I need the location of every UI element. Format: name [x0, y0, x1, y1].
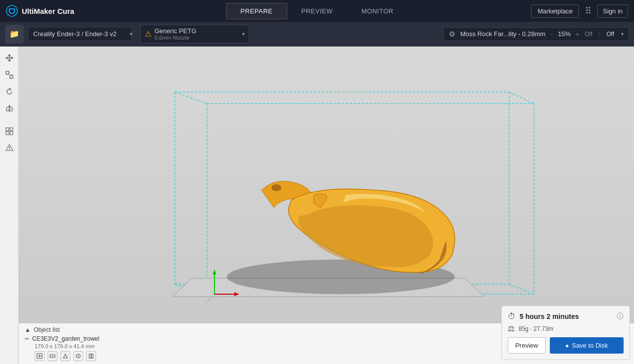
svg-marker-34 — [234, 292, 239, 296]
print-panel: ⏱ 5 hours 2 minutes ⓘ ⚖ 85g · 27.73m Pre… — [501, 306, 630, 360]
svg-rect-2 — [6, 71, 9, 74]
folder-icon: 📁 — [9, 29, 19, 39]
svg-marker-28 — [172, 278, 484, 297]
signin-button[interactable]: Sign in — [597, 4, 628, 18]
adhesion-label: Off — [606, 31, 614, 38]
obj-action-1[interactable] — [35, 351, 45, 361]
svg-line-24 — [175, 284, 207, 294]
top-right-actions: Marketplace ⠿ Sign in — [531, 4, 628, 18]
main-area: ▲ Object list ✏ CE3E3V2_garden_trowel 17… — [0, 47, 634, 364]
svg-rect-7 — [6, 128, 9, 131]
support-icon: ⇩ — [597, 31, 601, 37]
tab-monitor[interactable]: MONITOR — [347, 3, 408, 19]
material-selector[interactable]: ⚠ Generic PETG 0.6mm Nozzle ▾ — [140, 25, 249, 43]
material-caret-icon: ▾ — [237, 31, 245, 37]
material-name: Generic PETG — [155, 27, 197, 35]
tab-preview[interactable]: PREVIEW — [287, 3, 347, 19]
scale-tool-button[interactable] — [2, 67, 17, 82]
svg-marker-27 — [172, 278, 484, 297]
arrange-icon — [5, 127, 14, 136]
settings-sliders-icon: ⚙ — [449, 30, 455, 39]
svg-point-29 — [227, 260, 455, 294]
nav-tabs: PREPARE PREVIEW MONITOR — [226, 3, 408, 19]
svg-point-0 — [6, 5, 17, 16]
move-icon — [5, 53, 14, 62]
svg-line-35 — [205, 294, 214, 304]
save-logo-icon: ● — [565, 342, 569, 349]
app-title: UltiMaker Cura — [22, 7, 74, 15]
mirror-tool-button[interactable] — [2, 101, 17, 116]
object-list-label: Object list — [34, 326, 60, 333]
infill-value: 15% — [558, 30, 571, 38]
rotate-tool-button[interactable] — [2, 84, 17, 99]
svg-rect-10 — [10, 132, 13, 135]
save-label: Save to Disk — [572, 342, 608, 349]
svg-line-20 — [175, 92, 207, 104]
svg-line-25 — [509, 284, 534, 294]
print-settings[interactable]: ⚙ Moss Rock Far...lity - 0.28mm - 15% ◈ … — [443, 27, 629, 41]
top-navigation: UltiMaker Cura PREPARE PREVIEW MONITOR M… — [0, 0, 634, 22]
svg-marker-26 — [192, 279, 482, 294]
grid-icon[interactable]: ⠿ — [585, 5, 591, 16]
svg-marker-32 — [212, 269, 216, 274]
printer-select-input[interactable]: Creality Ender-3 / Ender-3 v2 — [28, 27, 132, 41]
material-info: Generic PETG 0.6mm Nozzle — [155, 27, 197, 41]
material-warning-icon: ⚠ — [145, 29, 152, 39]
obj-action-4[interactable] — [73, 351, 83, 361]
preview-button[interactable]: Preview — [508, 337, 546, 354]
settings-profile: Moss Rock Far...lity - 0.28mm — [460, 30, 545, 38]
svg-point-13 — [9, 150, 10, 151]
file-button[interactable]: 📁 — [5, 25, 24, 44]
support-label: Off — [584, 31, 592, 38]
marketplace-button[interactable]: Marketplace — [531, 4, 579, 18]
support-button[interactable] — [2, 141, 17, 156]
collapse-icon: ▲ — [25, 326, 31, 333]
printer-selector[interactable]: Creality Ender-3 / Ender-3 v2 ▾ — [28, 27, 136, 41]
mirror-icon — [5, 104, 14, 113]
print-weight-row: ⚖ 85g · 27.73m — [508, 324, 624, 333]
clock-icon: ⏱ — [508, 312, 516, 321]
infill-icon: ◈ — [576, 31, 580, 37]
tab-prepare[interactable]: PREPARE — [226, 3, 287, 19]
obj-action-3[interactable] — [60, 351, 70, 361]
print-time-row: ⏱ 5 hours 2 minutes ⓘ — [508, 312, 624, 321]
svg-rect-43 — [89, 354, 91, 358]
print-weight-value: 85g · 27.73m — [519, 325, 553, 332]
scale-icon — [5, 70, 14, 79]
rotate-icon — [5, 87, 14, 96]
weight-icon: ⚖ — [508, 324, 515, 333]
app-logo: UltiMaker Cura — [6, 5, 74, 17]
print-time-value: 5 hours 2 minutes — [520, 312, 579, 320]
print-action-buttons: Preview ● Save to Disk — [508, 337, 624, 354]
svg-rect-8 — [10, 128, 13, 131]
svg-rect-9 — [6, 132, 9, 135]
svg-line-21 — [509, 92, 534, 104]
save-to-disk-button[interactable]: ● Save to Disk — [550, 337, 624, 354]
obj-action-5[interactable] — [86, 351, 96, 361]
settings-caret-icon: ▾ — [621, 31, 624, 37]
svg-point-30 — [271, 184, 281, 191]
obj-action-2[interactable] — [48, 351, 57, 361]
edit-icon[interactable]: ✏ — [25, 336, 29, 342]
svg-rect-3 — [10, 75, 13, 78]
side-toolbar — [0, 47, 19, 364]
material-nozzle: 0.6mm Nozzle — [155, 35, 197, 41]
logo-area: UltiMaker Cura — [6, 5, 74, 17]
arrange-button[interactable] — [2, 124, 17, 139]
object-filename: CE3E3V2_garden_trowel — [32, 335, 99, 342]
svg-rect-44 — [91, 354, 93, 358]
main-toolbar: 📁 Creality Ender-3 / Ender-3 v2 ▾ ⚠ Gene… — [0, 22, 634, 47]
info-icon: ⓘ — [617, 312, 624, 321]
move-tool-button[interactable] — [2, 51, 17, 65]
support-icon — [5, 144, 14, 153]
